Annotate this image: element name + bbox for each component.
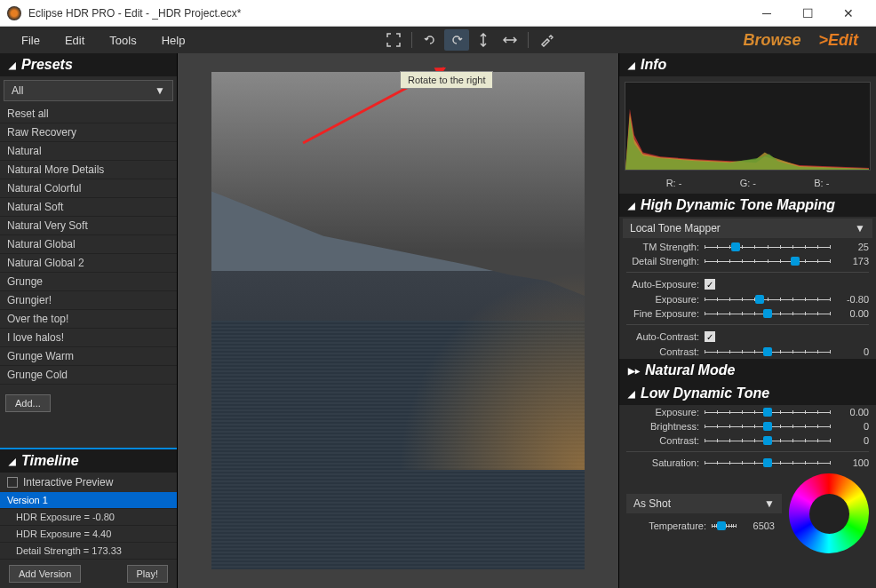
slider-track[interactable] bbox=[705, 256, 830, 266]
slider-thumb[interactable] bbox=[717, 521, 726, 530]
checkbox-row: Auto-Exposure:✓ bbox=[619, 276, 876, 292]
menu-tools[interactable]: Tools bbox=[97, 34, 148, 47]
presets-header[interactable]: Presets bbox=[0, 53, 177, 76]
eyedropper-icon[interactable] bbox=[534, 29, 559, 51]
slider-label: TM Strength: bbox=[626, 242, 699, 252]
slider-row: Temperature:6503 bbox=[626, 519, 782, 533]
slider-row: Saturation:100 bbox=[619, 456, 876, 470]
hdtm-header[interactable]: High Dynamic Tone Mapping bbox=[619, 194, 876, 217]
slider-label: Brightness: bbox=[626, 421, 699, 432]
natural-mode-header[interactable]: ▸Natural Mode bbox=[619, 359, 876, 382]
checkbox-label: Auto-Contrast: bbox=[626, 331, 699, 342]
preset-item[interactable]: Natural Soft bbox=[0, 198, 177, 217]
tone-mapper-dropdown[interactable]: Local Tone Mapper▼ bbox=[623, 219, 872, 238]
slider-track[interactable] bbox=[705, 457, 830, 468]
slider-row: Exposure:0.00 bbox=[619, 405, 876, 419]
slider-thumb[interactable] bbox=[763, 309, 772, 318]
slider-thumb[interactable] bbox=[763, 436, 772, 445]
menu-file[interactable]: File bbox=[9, 34, 52, 47]
checkbox[interactable]: ✓ bbox=[705, 279, 715, 290]
preset-item[interactable]: Natural bbox=[0, 142, 177, 161]
slider-track[interactable] bbox=[705, 346, 830, 357]
left-panel: Presets All▼ Reset allRaw RecoveryNatura… bbox=[0, 53, 178, 588]
interactive-preview-row[interactable]: Interactive Preview bbox=[0, 473, 177, 492]
preset-item[interactable]: Natural Colorful bbox=[0, 179, 177, 198]
rotate-left-icon[interactable] bbox=[418, 29, 442, 51]
add-version-button[interactable]: Add Version bbox=[9, 565, 81, 583]
slider-label: Exposure: bbox=[626, 407, 699, 417]
timeline-item[interactable]: HDR Exposure = -0.80 bbox=[0, 509, 177, 526]
slider-track[interactable] bbox=[705, 294, 830, 305]
preset-item[interactable]: Natural Global 2 bbox=[0, 254, 177, 273]
preview-image[interactable] bbox=[211, 72, 585, 569]
maximize-button[interactable]: ☐ bbox=[787, 0, 828, 27]
slider-row: Contrast:0 bbox=[619, 345, 876, 359]
edit-mode-link[interactable]: >Edit bbox=[818, 31, 858, 50]
slider-track[interactable] bbox=[705, 407, 830, 417]
flip-horizontal-icon[interactable] bbox=[498, 29, 522, 51]
slider-thumb[interactable] bbox=[763, 458, 772, 467]
presets-filter-dropdown[interactable]: All▼ bbox=[4, 80, 173, 101]
interactive-preview-checkbox[interactable] bbox=[7, 477, 18, 488]
preset-item[interactable]: Natural More Details bbox=[0, 161, 177, 179]
timeline-item[interactable]: Detail Strength = 173.33 bbox=[0, 543, 177, 560]
slider-thumb[interactable] bbox=[763, 347, 772, 356]
slider-value: 0 bbox=[835, 346, 869, 357]
menubar: FileEditToolsHelp Browse >Edit bbox=[0, 27, 876, 53]
slider-track[interactable] bbox=[712, 520, 736, 531]
preset-item[interactable]: Grungier! bbox=[0, 291, 177, 310]
ldt-header[interactable]: Low Dynamic Tone bbox=[619, 382, 876, 405]
add-preset-button[interactable]: Add... bbox=[5, 394, 51, 412]
slider-thumb[interactable] bbox=[763, 422, 772, 431]
slider-row: Fine Exposure:0.00 bbox=[619, 306, 876, 321]
slider-row: Detail Strength:173 bbox=[619, 254, 876, 268]
slider-thumb[interactable] bbox=[731, 242, 740, 251]
slider-label: Detail Strength: bbox=[626, 256, 699, 266]
preset-item[interactable]: Over the top! bbox=[0, 310, 177, 329]
histogram bbox=[625, 82, 871, 171]
right-panel: Info R: -G: -B: - High Dynamic Tone Mapp… bbox=[618, 53, 876, 588]
preset-item[interactable]: Natural Global bbox=[0, 235, 177, 254]
preset-item[interactable]: Raw Recovery bbox=[0, 123, 177, 142]
menu-edit[interactable]: Edit bbox=[52, 34, 97, 47]
window-title: Eclipse HDR PRO - Edit - _HDR Project.ec… bbox=[28, 7, 746, 20]
color-wheel[interactable] bbox=[789, 473, 869, 553]
preset-item[interactable]: Grunge Cold bbox=[0, 366, 177, 385]
timeline-header[interactable]: Timeline bbox=[0, 449, 177, 473]
slider-track[interactable] bbox=[705, 421, 830, 432]
preset-item[interactable]: I love halos! bbox=[0, 329, 177, 347]
slider-row: TM Strength:25 bbox=[619, 240, 876, 254]
preset-item[interactable]: Grunge Warm bbox=[0, 347, 177, 366]
slider-label: Saturation: bbox=[626, 457, 699, 468]
toolbar-tooltip: Rotate to the right bbox=[400, 71, 493, 89]
slider-label: Temperature: bbox=[633, 520, 706, 531]
slider-track[interactable] bbox=[705, 435, 830, 446]
rotate-right-icon[interactable] bbox=[444, 29, 469, 51]
preset-item[interactable]: Reset all bbox=[0, 105, 177, 123]
slider-value: 0 bbox=[835, 435, 869, 446]
timeline-item[interactable]: Version 1 bbox=[0, 492, 177, 509]
timeline-item[interactable]: HDR Exposure = 4.40 bbox=[0, 526, 177, 543]
slider-label: Exposure: bbox=[626, 294, 699, 305]
slider-thumb[interactable] bbox=[755, 295, 764, 304]
close-button[interactable]: ✕ bbox=[828, 0, 869, 27]
preset-item[interactable]: Grunge bbox=[0, 273, 177, 291]
slider-value: 0 bbox=[835, 421, 869, 432]
slider-thumb[interactable] bbox=[791, 257, 800, 266]
slider-value: 173 bbox=[835, 256, 869, 266]
fit-screen-icon[interactable] bbox=[381, 29, 406, 51]
slider-track[interactable] bbox=[705, 308, 830, 319]
checkbox[interactable]: ✓ bbox=[705, 331, 715, 342]
browse-mode-link[interactable]: Browse bbox=[743, 31, 800, 50]
preset-item[interactable]: Natural Very Soft bbox=[0, 217, 177, 235]
slider-row: Exposure:-0.80 bbox=[619, 292, 876, 306]
minimize-button[interactable]: ─ bbox=[746, 0, 787, 27]
interactive-preview-label: Interactive Preview bbox=[23, 476, 113, 489]
menu-help[interactable]: Help bbox=[149, 34, 198, 47]
white-balance-dropdown[interactable]: As Shot▼ bbox=[626, 494, 782, 513]
info-header[interactable]: Info bbox=[619, 53, 876, 76]
flip-vertical-icon[interactable] bbox=[471, 29, 496, 51]
play-button[interactable]: Play! bbox=[127, 565, 168, 583]
slider-thumb[interactable] bbox=[763, 408, 772, 417]
slider-track[interactable] bbox=[705, 242, 830, 252]
